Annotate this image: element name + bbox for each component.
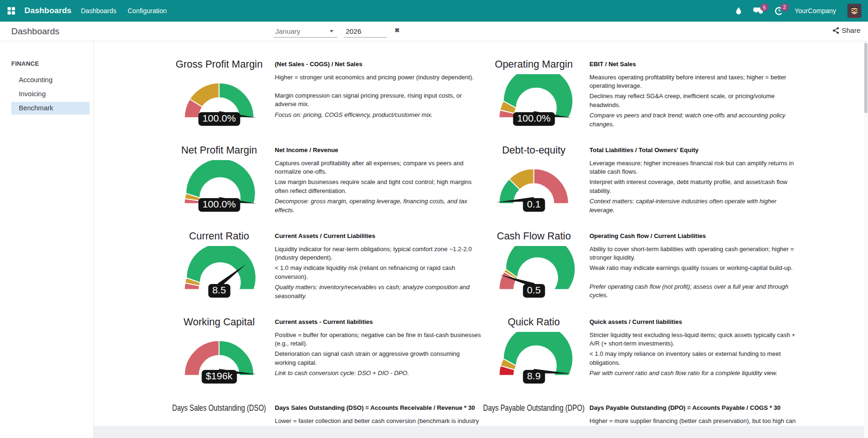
kpi-description-line: Leverage measure; higher increases finan… [589,159,796,177]
messages-badge: 5 [760,3,768,11]
dashboard-content: Gross Profit Margin 100.0% (Net Sales - … [94,41,868,438]
kpi-card: Current Ratio 8.5 Current Assets / Curre… [94,213,481,302]
kpi-value-badge: 8.5 [208,284,230,298]
kpi-description: Quick assets / Current liabilities Stric… [589,315,796,385]
kpi-note: Pair with current ratio and cash flow ra… [589,369,796,377]
kpi-description-line: Stricter liquidity test excluding less-l… [589,331,796,348]
activity-clock-icon[interactable]: 2 [775,7,783,15]
control-bar: Dashboards January ✖ Share [0,22,868,41]
kpi-title: Debt-to-equity [490,143,577,157]
kpi-gauge-chart: 0.1 [490,160,577,209]
kpi-gauge-chart: 100.0% [176,160,263,209]
kpi-note: Link to cash conversion cycle: DSO + DIO… [275,369,481,377]
kpi-description: EBIT / Net Sales Measures operating prof… [589,57,796,131]
company-menu[interactable]: YourCompany [795,7,836,15]
kpi-description-line: Weak ratio may indicate earnings quality… [589,264,796,272]
kpi-value-badge: 100.0% [198,198,240,212]
kpi-description-line: Higher = stronger unit economics and pri… [275,73,481,82]
top-menu-item-dashboards[interactable]: Dashboards [81,7,116,15]
kpi-description-line: Deterioration can signal cash strain or … [275,350,481,367]
kpi-note: Focus on: pricing, COGS efficiency, prod… [275,111,481,119]
kpi-title: Quick Ratio [490,315,577,329]
kpi-description-lines: Stricter liquidity test excluding less-l… [589,331,796,378]
clear-filter-icon[interactable]: ✖ [395,27,400,34]
kpi-gauge-chart: 8.5 [176,246,263,295]
kpi-value-badge: 0.1 [523,198,545,212]
kpi-title: Net Profit Margin [176,143,263,157]
kpi-card: Gross Profit Margin 100.0% (Net Sales - … [94,41,481,131]
kpi-value-badge: 100.0% [198,112,240,126]
kpi-description-lines: Liquidity indicator for near-term obliga… [275,245,481,301]
kpi-row: Net Profit Margin 100.0% Net Income / Re… [94,127,868,213]
kpi-card: Debt-to-equity 0.1 Total Liabilities / T… [481,127,868,216]
kpi-gauge-chart: 0.5 [490,246,577,295]
kpi-description-lines: Captures overall profitability after all… [275,159,481,215]
top-menu: DashboardsConfiguration [81,7,167,15]
kpi-description-lines: Higher = stronger unit economics and pri… [275,73,481,120]
activities-badge: 2 [781,3,789,11]
kpi-note: Quality matters: inventory/receivables v… [275,283,481,300]
top-menu-item-configuration[interactable]: Configuration [128,7,167,15]
sidebar-item-invoicing[interactable]: Invoicing [11,88,90,100]
kpi-description-lines: Ability to cover short-term liabilities … [589,245,796,300]
kpi-description-line: Positive = buffer for operations; negati… [275,331,481,348]
kpi-formula: Current Assets / Current Liabilities [275,232,481,240]
kpi-title: Gross Profit Margin [176,57,263,71]
sidebar-section-finance: FINANCE [11,60,93,67]
kpi-description-lines: Positive = buffer for operations; negati… [275,331,481,378]
kpi-title: Cash Flow Ratio [490,229,577,243]
kpi-description-line: Declines may reflect SG&A creep, ineffic… [589,92,796,109]
kpi-note: Decompose: gross margin, operating lever… [275,197,481,215]
kpi-description-line: Liquidity indicator for near-term obliga… [275,245,481,262]
kpi-title: Current Ratio [176,229,263,243]
sidebar: FINANCE AccountingInvoicingBenchmark [0,41,94,438]
kpi-formula: Current assets - Current liabilities [275,318,481,326]
kpi-title: Days Sales Outstanding (DSO) [186,401,252,415]
month-select[interactable]: January [273,25,337,38]
year-input[interactable] [344,25,387,38]
kpi-formula: Total Liabilities / Total Owners' Equity [589,146,796,154]
kpi-formula: Quick assets / Current liabilities [589,318,796,326]
kpi-description: Current assets - Current liabilities Pos… [275,315,481,385]
kpi-description-line: Interpret with interest coverage, debt m… [589,178,796,195]
kpi-description-line: Margin compression can signal pricing pr… [275,92,481,109]
kpi-row: Working Capital $196k Current assets - C… [94,299,868,385]
kpi-title: Days Payable Outstanding (DPO) [501,401,567,415]
kpi-gauge-chart: 100.0% [490,74,577,123]
vertical-scrollbar-thumb[interactable] [864,43,868,113]
kpi-description: (Net Sales - COGS) / Net Sales Higher = … [275,57,481,131]
messages-icon[interactable]: 5 [753,7,763,15]
apps-grid-icon[interactable] [8,7,15,15]
vertical-scrollbar[interactable] [864,41,868,438]
kpi-card: Quick Ratio 8.9 Quick assets / Current l… [481,299,868,385]
user-avatar[interactable] [847,4,861,18]
kpi-note: Prefer operating cash flow (not profit);… [589,283,796,300]
sidebar-item-benchmark[interactable]: Benchmark [11,102,90,115]
kpi-description-line [275,84,481,90]
share-button[interactable]: Share [832,26,860,34]
kpi-description: Current Assets / Current Liabilities Liq… [275,229,481,302]
kpi-title: Working Capital [176,315,263,329]
kpi-value-badge: 0.5 [523,284,545,298]
kpi-description-line: Captures overall profitability after all… [275,159,481,177]
kpi-description-line: Low margin businesses require scale and … [275,178,481,195]
horizontal-scrollbar[interactable] [94,426,868,438]
kpi-formula: EBIT / Net Sales [589,60,796,69]
kpi-formula: Net Income / Revenue [275,146,481,154]
kpi-description-line: Measures operating profitability before … [589,73,796,91]
kpi-description: Net Income / Revenue Captures overall pr… [275,143,481,216]
droplet-icon[interactable] [735,7,742,15]
app-brand[interactable]: Dashboards [24,6,71,15]
kpi-row: Current Ratio 8.5 Current Assets / Curre… [94,213,868,299]
sidebar-item-accounting[interactable]: Accounting [11,74,90,86]
kpi-description-lines: Leverage measure; higher increases finan… [589,159,796,215]
kpi-description-line: < 1.0 may imply reliance on inventory sa… [589,350,796,367]
kpi-description-line: < 1.0 may indicate liquidity risk (relia… [275,264,481,281]
top-navbar: Dashboards DashboardsConfiguration 5 2 [0,0,868,22]
chevron-down-icon [330,30,333,32]
sidebar-list: AccountingInvoicingBenchmark [0,74,93,115]
kpi-formula: Operating Cash flow / Current Liabilitie… [589,232,796,240]
kpi-description: Operating Cash flow / Current Liabilitie… [589,229,796,302]
kpi-card: Operating Margin 100.0% EBIT / Net Sales… [481,41,868,131]
kpi-gauge-chart: 100.0% [176,74,263,123]
